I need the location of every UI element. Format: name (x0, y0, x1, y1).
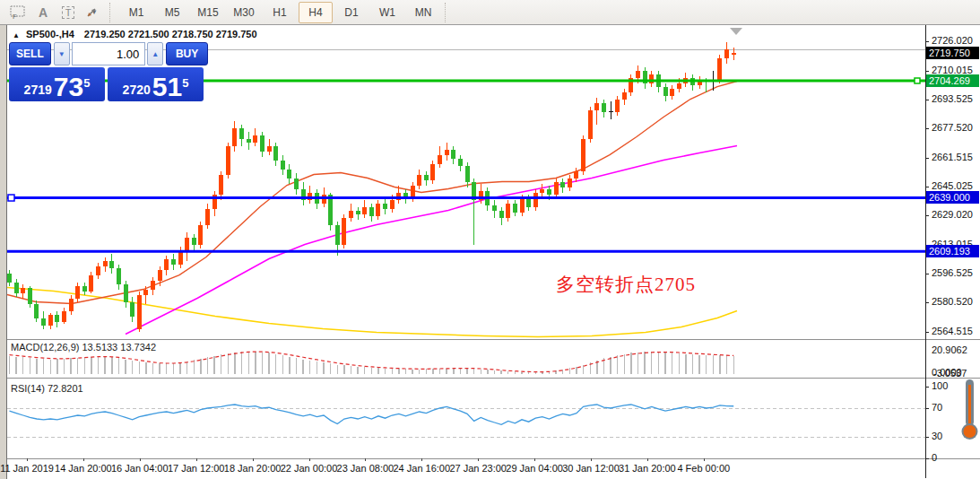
candle-body (226, 146, 230, 175)
rsi-tick-label: 30 (932, 431, 942, 441)
candle-body (376, 204, 380, 216)
time-tick-mark (309, 458, 310, 461)
price-tick-mark (925, 187, 929, 187)
price-tick-label: 2645.025 (932, 180, 973, 191)
time-tick-mark (421, 458, 422, 461)
tf-button-W1[interactable]: W1 (370, 2, 404, 23)
price-tick-label: 2564.515 (932, 326, 973, 336)
candle-body (663, 87, 668, 96)
time-tick-mark (647, 458, 648, 461)
price-tick-mark (925, 41, 929, 42)
price-tick-label: 2677.520 (932, 122, 973, 133)
candle-body (533, 193, 538, 207)
period-separators-icon[interactable]: F (6, 2, 30, 23)
candle-body (96, 266, 100, 275)
text-box-glyph: T (62, 6, 75, 19)
candle-body (28, 288, 32, 304)
chart-annotation-text[interactable]: 多空转折点2705 (556, 272, 696, 297)
time-tick-mark (27, 458, 28, 461)
buy-button[interactable]: BUY (166, 42, 208, 65)
blue-hline-handle (8, 195, 14, 201)
rsi-indicator-pane[interactable] (7, 380, 925, 458)
rsi-tick-label: 70 (932, 402, 942, 413)
time-tick-mark (83, 458, 84, 461)
time-tick-mark (534, 458, 535, 461)
candle-body (417, 175, 421, 186)
chart-shift-marker-icon[interactable] (730, 28, 742, 35)
grid-f-glyph: F (10, 5, 26, 20)
price-tag: 2719.750 (926, 47, 979, 59)
candle-body (212, 195, 217, 209)
tf-button-M15[interactable]: M15 (191, 2, 225, 23)
candle-body (164, 259, 169, 270)
tf-button-H4[interactable]: H4 (299, 2, 333, 23)
candle-body (574, 171, 578, 179)
price-tag: 2704.269 (926, 74, 979, 87)
thermometer-icon (956, 378, 980, 448)
time-tick-mark (140, 458, 141, 461)
volume-increase-button[interactable]: ▲ (147, 42, 163, 65)
candle-body (185, 238, 189, 250)
tf-button-H1[interactable]: H1 (263, 2, 297, 23)
volume-decrease-button[interactable]: ▼ (54, 42, 70, 65)
candle-body (273, 146, 278, 161)
price-tick-mark (925, 158, 929, 159)
tf-button-M1[interactable]: M1 (119, 2, 153, 23)
candle-body (465, 166, 470, 182)
candle-body (615, 100, 620, 112)
candle-body (670, 89, 674, 96)
tf-button-M30[interactable]: M30 (227, 2, 261, 23)
buy-price-base: 2720 (123, 81, 151, 99)
candle-body (41, 318, 46, 326)
candle-body (281, 161, 285, 170)
tf-button-MN[interactable]: MN (406, 2, 440, 23)
candle-body (732, 53, 736, 55)
rsi-tick-mark (925, 387, 929, 388)
candle-body (158, 270, 162, 281)
rsi-tick-mark (925, 458, 929, 459)
candle-body (69, 299, 74, 311)
sell-button[interactable]: SELL (9, 42, 51, 65)
price-tick-mark (925, 274, 929, 274)
candle-body (540, 189, 544, 193)
candle-body (247, 139, 251, 143)
candle-body (554, 182, 559, 195)
tf-button-M5[interactable]: M5 (155, 2, 189, 23)
candle-body (349, 211, 353, 218)
macd-label: MACD(12,26,9) 13.5133 13.7342 (11, 342, 156, 353)
text-box-icon[interactable]: T (56, 2, 80, 23)
candle-body (520, 198, 525, 213)
candle-body (438, 155, 442, 164)
time-axis-divider (7, 458, 980, 459)
candle-body (14, 283, 19, 293)
buy-price-display[interactable]: 2720515 (108, 67, 204, 101)
price-tick-label: 2661.515 (932, 152, 973, 162)
price-tag: 2639.000 (926, 191, 979, 204)
candle-body (117, 268, 121, 284)
candle-body (390, 200, 395, 209)
volume-input[interactable]: 1.00 (72, 42, 146, 65)
candle-body (342, 218, 346, 245)
candle-body (130, 302, 134, 317)
candle-body (260, 135, 265, 152)
candle-body (103, 261, 108, 266)
candle-body (717, 58, 722, 80)
objects-arrows-icon[interactable]: ▼ (82, 2, 105, 23)
time-tick-label: 18 Jan 20:00 (224, 463, 282, 474)
time-tick-mark (196, 458, 197, 461)
macd-axis-top: 20.9062 (932, 344, 967, 355)
tf-button-D1[interactable]: D1 (334, 2, 369, 23)
text-label-icon[interactable]: A (31, 2, 55, 23)
price-tick-label: 2580.520 (932, 296, 973, 307)
price-tick-mark (925, 128, 929, 129)
candle-body (143, 290, 148, 295)
rsi-line (10, 405, 734, 424)
candle-body (369, 207, 374, 216)
rsi-tick-label: 100 (932, 380, 948, 391)
candle-body (267, 146, 272, 152)
panel-collapse-icon[interactable]: ▲ (13, 31, 20, 39)
sell-price-display[interactable]: 2719735 (9, 67, 105, 101)
candle-body (383, 204, 387, 209)
candle-body (124, 284, 128, 302)
time-tick-label: 27 Jan 23:00 (449, 463, 507, 474)
